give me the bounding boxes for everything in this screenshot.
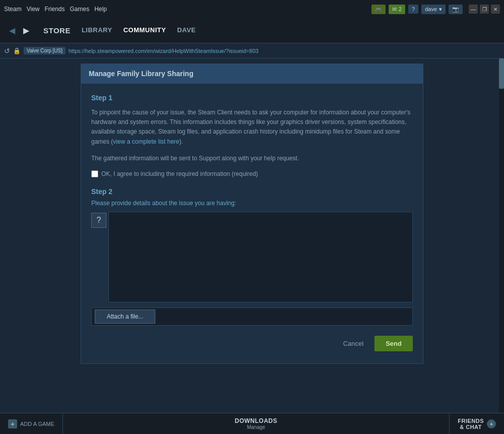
agreement-label[interactable]: OK, I agree to including the required in…: [101, 170, 258, 177]
complete-list-link[interactable]: view a complete list here: [113, 138, 179, 145]
agreement-checkbox[interactable]: [91, 170, 98, 177]
panel-title: Manage Family Library Sharing: [89, 70, 194, 78]
textarea-container: ?: [91, 212, 413, 302]
cancel-button[interactable]: Cancel: [337, 336, 369, 351]
add-game-icon: +: [8, 419, 17, 428]
step1-label: Step 1: [91, 94, 413, 102]
controller-button[interactable]: 🎮: [371, 5, 386, 14]
nav-tabs: STORE LIBRARY COMMUNITY DAVE: [38, 23, 201, 38]
bottom-bar: + ADD A GAME DOWNLOADS Manage FRIENDS& C…: [0, 413, 504, 434]
downloads-button[interactable]: DOWNLOADS Manage: [63, 417, 449, 430]
window-controls: — ❐ ✕: [469, 5, 500, 14]
panel-header: Manage Family Library Sharing: [81, 64, 423, 84]
tab-store[interactable]: STORE: [38, 23, 76, 38]
restore-button[interactable]: ❐: [480, 5, 489, 14]
attach-file-button[interactable]: Attach a file...: [95, 309, 155, 324]
step2-desc: Please provide details about the issue y…: [91, 200, 413, 207]
forward-button[interactable]: ▶: [20, 24, 32, 37]
agreement-row: OK, I agree to including the required in…: [91, 170, 413, 177]
menu-view[interactable]: View: [27, 6, 40, 13]
step2-label: Step 2: [91, 188, 413, 196]
title-bar: Steam View Friends Games Help 🎮 ✉ 2 ? da…: [0, 0, 504, 18]
help-button[interactable]: ?: [408, 5, 418, 14]
user-button[interactable]: dave ▾: [421, 5, 446, 14]
panel-body: Step 1 To pinpoint the cause of your iss…: [81, 84, 423, 364]
notification-button[interactable]: ✉ 2: [389, 5, 405, 14]
menu-help[interactable]: Help: [94, 6, 107, 13]
close-button[interactable]: ✕: [491, 5, 500, 14]
question-icon: ?: [91, 213, 106, 228]
tab-community[interactable]: COMMUNITY: [118, 23, 171, 38]
menu-games[interactable]: Games: [70, 6, 90, 13]
menu-friends[interactable]: Friends: [44, 6, 65, 13]
screenshot-button[interactable]: 📷: [449, 5, 463, 14]
back-button[interactable]: ◀: [6, 24, 18, 37]
url-display: https://help.steampowered.com/en/wizard/…: [69, 48, 500, 54]
scroll-thumb[interactable]: [499, 58, 504, 89]
add-game-label: ADD A GAME: [20, 421, 54, 427]
issue-textarea[interactable]: [108, 212, 413, 302]
friends-label: FRIENDS& CHAT: [458, 418, 484, 430]
downloads-label: DOWNLOADS: [235, 417, 278, 424]
address-bar: ↺ 🔒 Valve Corp [US] https://help.steampo…: [0, 43, 504, 58]
minimize-button[interactable]: —: [469, 5, 478, 14]
add-game-button[interactable]: + ADD A GAME: [0, 413, 63, 434]
lock-icon: 🔒: [13, 47, 21, 54]
scroll-track[interactable]: [499, 58, 504, 413]
security-badge: Valve Corp [US]: [24, 47, 66, 54]
refresh-button[interactable]: ↺: [4, 47, 10, 55]
send-button[interactable]: Send: [374, 336, 413, 351]
menu-steam[interactable]: Steam: [4, 6, 22, 13]
attach-area: Attach a file...: [91, 307, 413, 326]
title-bar-left: Steam View Friends Games Help: [4, 6, 107, 13]
step1-paragraph1: To pinpoint the cause of your issue, the…: [91, 108, 413, 147]
downloads-sub-label: Manage: [247, 424, 265, 430]
title-bar-right: 🎮 ✉ 2 ? dave ▾ 📷 — ❐ ✕: [371, 5, 500, 14]
step1-paragraph2: The gathered information will be sent to…: [91, 154, 413, 163]
title-bar-menu: Steam View Friends Games Help: [4, 6, 107, 13]
action-row: Cancel Send: [91, 336, 413, 351]
friends-add-icon: +: [487, 419, 496, 428]
main-content: Manage Family Library Sharing Step 1 To …: [0, 58, 504, 413]
friends-chat-button[interactable]: FRIENDS& CHAT +: [449, 413, 504, 434]
page-container: Manage Family Library Sharing Step 1 To …: [81, 64, 423, 364]
tab-dave[interactable]: DAVE: [172, 23, 201, 38]
tab-library[interactable]: LIBRARY: [77, 23, 117, 38]
nav-bar: ◀ ▶ STORE LIBRARY COMMUNITY DAVE: [0, 18, 504, 43]
